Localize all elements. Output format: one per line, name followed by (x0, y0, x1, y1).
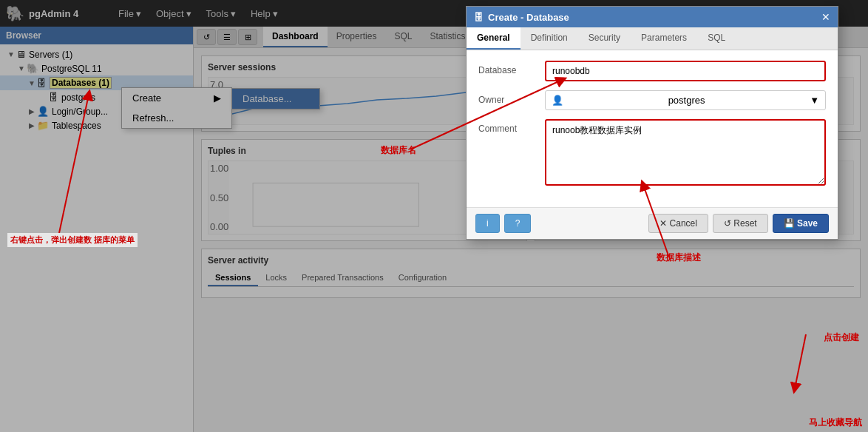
modal-tab-general[interactable]: General (467, 27, 521, 50)
comment-field-control: runoob教程数据库实例 (545, 119, 826, 188)
reset-button[interactable]: ↺ Reset (713, 214, 768, 233)
info-button[interactable]: i (475, 214, 500, 233)
database-label: Database (478, 61, 545, 75)
owner-label: Owner (478, 90, 545, 105)
cancel-button[interactable]: ✕ Cancel (648, 214, 708, 233)
comment-textarea[interactable]: runoob教程数据库实例 (545, 119, 826, 186)
db-icon: 🗄 (474, 12, 484, 23)
modal-tab-security[interactable]: Security (578, 27, 631, 50)
modal-tab-parameters[interactable]: Parameters (631, 27, 697, 50)
modal-title: 🗄 Create - Database (474, 12, 569, 23)
modal-header: 🗄 Create - Database ✕ (467, 7, 838, 27)
modal-footer: i ? ✕ Cancel ↺ Reset 💾 Save (467, 207, 838, 239)
owner-value: postgres (668, 95, 705, 106)
modal-tab-sql[interactable]: SQL (697, 27, 736, 50)
owner-field-control: 👤 postgres ▼ (545, 90, 826, 110)
modal-tab-definition[interactable]: Definition (521, 27, 578, 50)
modal-tabs: General Definition Security Parameters S… (467, 27, 838, 50)
owner-field-row: Owner 👤 postgres ▼ (478, 90, 826, 110)
owner-select[interactable]: 👤 postgres ▼ (545, 90, 826, 110)
create-database-modal: 🗄 Create - Database ✕ General Definition… (466, 6, 838, 240)
footer-right-buttons: ✕ Cancel ↺ Reset 💾 Save (648, 214, 829, 233)
comment-label: Comment (478, 119, 545, 134)
save-button[interactable]: 💾 Save (773, 214, 829, 233)
modal-title-text: Create - Database (488, 12, 569, 23)
comment-field-row: Comment runoob教程数据库实例 (478, 119, 826, 188)
database-input[interactable] (545, 61, 826, 81)
owner-icon: 👤 (552, 95, 563, 106)
database-field-control (545, 61, 826, 81)
modal-body: Database Owner 👤 postgres ▼ Comment runo… (467, 50, 838, 207)
dropdown-arrow: ▼ (810, 95, 819, 106)
modal-close-button[interactable]: ✕ (821, 11, 830, 23)
footer-left-buttons: i ? (475, 214, 531, 233)
database-field-row: Database (478, 61, 826, 81)
help-button[interactable]: ? (504, 214, 532, 233)
